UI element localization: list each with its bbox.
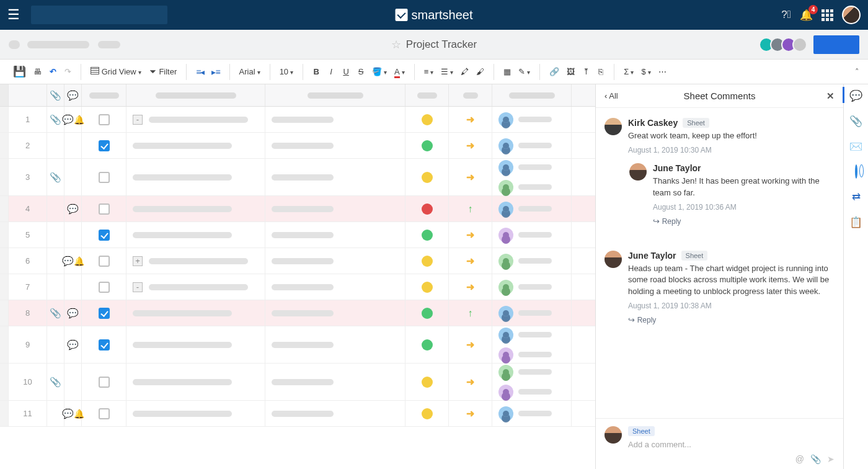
rail-conversations-icon[interactable]: 💬	[849, 89, 862, 102]
share-button[interactable]	[813, 35, 859, 54]
task-cell[interactable]	[126, 401, 265, 426]
font-size-selector[interactable]: 10	[278, 65, 295, 78]
task-cell[interactable]	[126, 364, 265, 400]
desc-column-header[interactable]	[265, 84, 405, 106]
expand-toggle-icon[interactable]: -	[133, 115, 143, 125]
save-icon[interactable]: 💾	[11, 63, 28, 80]
row-comment-cell[interactable]: 💬 🔔	[64, 401, 82, 426]
checkbox-cell[interactable]	[82, 248, 126, 274]
priority-cell[interactable]: ↑	[449, 196, 492, 221]
send-comment-icon[interactable]: ➤	[827, 454, 835, 464]
bold-icon[interactable]: B	[311, 65, 322, 78]
help-icon[interactable]: ?⃝	[781, 9, 791, 21]
priority-cell[interactable]: ➜	[449, 159, 492, 195]
desc-cell[interactable]	[265, 326, 405, 363]
task-cell[interactable]	[126, 133, 265, 158]
checkbox-cell[interactable]	[82, 222, 126, 248]
row-comment-cell[interactable]: 💬	[64, 196, 82, 221]
sum-icon[interactable]: Σ	[622, 65, 636, 78]
status-cell[interactable]	[405, 300, 449, 326]
link-icon[interactable]: 🔗	[547, 65, 561, 78]
status-cell[interactable]	[405, 401, 449, 426]
desc-cell[interactable]	[265, 222, 405, 248]
reply-button[interactable]: Reply	[653, 217, 835, 226]
italic-icon[interactable]: I	[326, 65, 337, 78]
redo-icon[interactable]: ↷	[62, 65, 73, 78]
rail-attachments-icon[interactable]: 📎	[849, 115, 862, 128]
priority-cell[interactable]: ➜	[449, 274, 492, 300]
status-cell[interactable]	[405, 159, 449, 195]
nav-search-box[interactable]	[31, 6, 167, 24]
checkbox-cell[interactable]	[82, 196, 126, 221]
owner-cell[interactable]	[492, 274, 572, 300]
owner-cell[interactable]	[492, 326, 572, 363]
desc-cell[interactable]	[265, 133, 405, 158]
highlight-changes-icon[interactable]: ✎	[516, 65, 532, 78]
rail-activity-icon[interactable]: ⇄	[852, 190, 861, 203]
comments-column-header[interactable]: 💬	[64, 84, 82, 106]
favorite-star-icon[interactable]: ☆	[391, 38, 401, 51]
task-cell[interactable]	[126, 300, 265, 326]
table-row[interactable]: 7-➜	[0, 274, 595, 300]
status-cell[interactable]	[405, 222, 449, 248]
fill-color-icon[interactable]: 🪣	[370, 65, 389, 78]
table-row[interactable]: 5➜	[0, 222, 595, 248]
checkbox-cell[interactable]	[82, 300, 126, 326]
attach-file-icon[interactable]: 📎	[810, 454, 821, 464]
desc-cell[interactable]	[265, 196, 405, 221]
notifications-icon[interactable]: 🔔 4	[800, 9, 813, 22]
more-icon[interactable]: ⋯	[657, 65, 668, 78]
table-row[interactable]: 6💬 🔔+➜	[0, 248, 595, 274]
attachment-column-header[interactable]: 📎	[47, 84, 64, 106]
desc-cell[interactable]	[265, 107, 405, 132]
collaborator-avatar[interactable]	[792, 37, 807, 52]
desc-cell[interactable]	[265, 300, 405, 326]
sheet-title[interactable]: Project Tracker	[406, 38, 477, 51]
row-comment-cell[interactable]	[64, 222, 82, 248]
row-comment-cell[interactable]	[64, 364, 82, 400]
status-cell[interactable]	[405, 274, 449, 300]
status-cell[interactable]	[405, 364, 449, 400]
apps-icon[interactable]	[822, 9, 833, 21]
row-attachment-cell[interactable]	[47, 326, 64, 363]
table-row[interactable]: 9💬➜	[0, 326, 595, 364]
filter-button[interactable]: ⏷ Filter	[147, 65, 179, 78]
checkbox-cell[interactable]	[82, 401, 126, 426]
status-cell[interactable]	[405, 248, 449, 274]
user-avatar[interactable]	[842, 6, 861, 24]
desc-cell[interactable]	[265, 248, 405, 274]
row-attachment-cell[interactable]	[47, 133, 64, 158]
composer-scope-chip[interactable]: Sheet	[628, 426, 655, 436]
row-attachment-cell[interactable]	[47, 274, 64, 300]
table-row[interactable]: 8📎💬↑	[0, 300, 595, 326]
expand-toggle-icon[interactable]: +	[133, 256, 143, 266]
outdent-icon[interactable]: ≡◂	[194, 65, 206, 79]
checkbox[interactable]	[99, 114, 110, 125]
table-row[interactable]: 11💬 🔔➜	[0, 401, 595, 427]
priority-cell[interactable]: ➜	[449, 248, 492, 274]
conditional-format-icon[interactable]: ▦	[502, 65, 513, 78]
back-to-all-button[interactable]: ‹ All	[604, 91, 618, 100]
priority-column-header[interactable]	[449, 84, 492, 106]
owner-cell[interactable]	[492, 133, 572, 158]
checkbox[interactable]	[99, 308, 110, 319]
row-comment-cell[interactable]: 💬	[64, 300, 82, 326]
table-row[interactable]: 10📎➜	[0, 364, 595, 401]
priority-cell[interactable]: ➜	[449, 222, 492, 248]
print-icon[interactable]: 🖶	[32, 65, 43, 78]
lock-icon[interactable]: ⎘	[595, 65, 606, 78]
highlight-icon[interactable]: 🖍	[459, 65, 471, 78]
row-attachment-cell[interactable]: 📎	[47, 300, 64, 326]
checkbox-cell[interactable]	[82, 326, 126, 363]
owner-column-header[interactable]	[492, 84, 572, 106]
checkbox[interactable]	[99, 377, 110, 388]
owner-cell[interactable]	[492, 222, 572, 248]
checkbox[interactable]	[99, 230, 110, 241]
comment-input[interactable]: Add a comment...	[628, 440, 691, 449]
owner-cell[interactable]	[492, 107, 572, 132]
currency-icon[interactable]: $	[639, 65, 652, 78]
expand-toggle-icon[interactable]: -	[133, 282, 143, 292]
row-comment-cell[interactable]	[64, 274, 82, 300]
checkbox[interactable]	[99, 408, 110, 419]
rail-summary-icon[interactable]: 📋	[849, 216, 862, 229]
